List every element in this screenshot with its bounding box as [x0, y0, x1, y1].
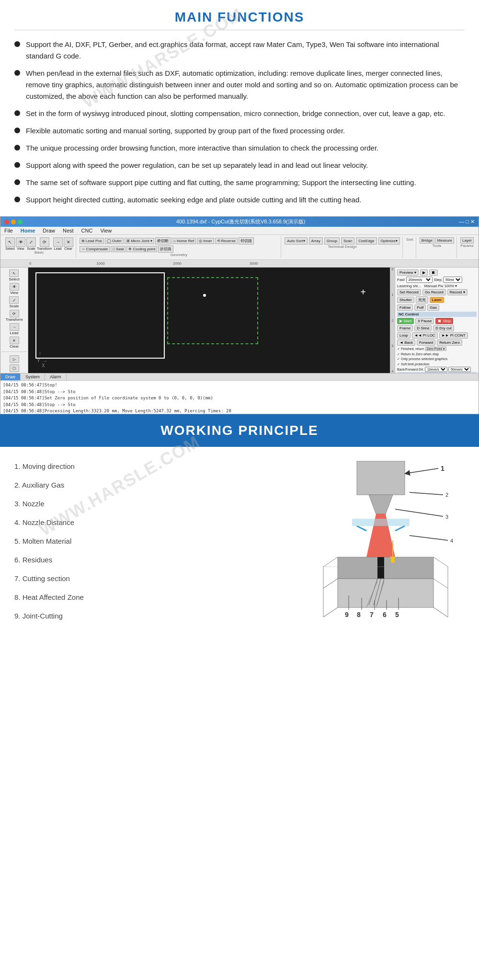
- left-sidebar: ↖ Select 👁 View ⤢ Scale ⟳ Transform →: [0, 268, 28, 373]
- label-4: 4. Nozzle Distance: [14, 517, 287, 527]
- forward-speed-select[interactable]: 50mm/s: [448, 367, 471, 372]
- tool-scale[interactable]: ⤢ Scale: [26, 237, 36, 250]
- menu-view[interactable]: View: [100, 228, 112, 233]
- preview-stop-btn[interactable]: ⏹: [429, 269, 438, 276]
- tool-inner[interactable]: ◎ Inner: [197, 238, 214, 244]
- svg-line-18: [395, 509, 443, 516]
- record-btn[interactable]: Record ▾: [447, 289, 468, 295]
- tool-array[interactable]: Array: [309, 237, 323, 245]
- tool-transform[interactable]: ⟳ Transform: [37, 237, 52, 250]
- working-labels: 1. Moving direction 2. Auxiliary Gas 3. …: [14, 456, 287, 648]
- set-record-btn[interactable]: Set Record: [397, 289, 421, 295]
- label-1: 1. Moving direction: [14, 461, 287, 471]
- tool-lead[interactable]: → Lead: [53, 237, 63, 250]
- menu-bar: File Home Draw Nest CNC View: [0, 227, 479, 235]
- svg-text:8: 8: [357, 611, 361, 618]
- svg-marker-1: [369, 495, 393, 514]
- tool-view-sidebar[interactable]: 👁 View: [10, 283, 19, 295]
- stop-btn[interactable]: ⏹ Stop: [435, 318, 453, 324]
- tool-view[interactable]: 👁 View: [16, 237, 25, 250]
- svg-line-4: [410, 492, 443, 495]
- tab-system[interactable]: System: [21, 373, 45, 380]
- option-soft-limit: ✓ Soft limit protection: [397, 362, 477, 367]
- menu-cnc[interactable]: CNC: [81, 228, 93, 233]
- menu-draw[interactable]: Draw: [43, 228, 55, 233]
- tool-micro-joint[interactable]: ⊞ Micro Joint ▾: [125, 238, 154, 244]
- tool-adj[interactable]: 邻切路: [239, 237, 254, 245]
- dry-cut-btn[interactable]: D Dry cut: [433, 325, 454, 331]
- puff-btn[interactable]: Puff: [414, 304, 426, 311]
- start-btn[interactable]: ▶ Start: [397, 318, 414, 324]
- tool-compensate[interactable]: ↔ Compensate: [80, 246, 110, 252]
- back-forward-section: Back/Forward Dir: 10mm/s 50mm/s: [397, 367, 477, 372]
- tool-group[interactable]: Group: [324, 237, 340, 245]
- tool-bridge[interactable]: 桥切断: [155, 237, 171, 245]
- pl-loc-btn[interactable]: ◄◄ Pl LOC: [412, 332, 438, 338]
- canvas-dot: [203, 294, 206, 297]
- title-bar: 400.1394.dxf - CypCut激光切割系统V8.3.658.9(演示…: [0, 217, 479, 227]
- tool-outer[interactable]: ◯ Outer: [105, 238, 124, 244]
- nc-control-label: NC Control: [397, 312, 477, 317]
- tool-select-sidebar[interactable]: ↖ Select: [9, 269, 19, 281]
- laser-btn[interactable]: Laser: [430, 297, 444, 303]
- pl-cont-btn[interactable]: ►► Pl CONT: [439, 332, 468, 338]
- tool-coedge[interactable]: CoeEdge: [356, 237, 376, 245]
- follow-btn[interactable]: Follow: [397, 304, 413, 311]
- tool-auto-sort[interactable]: Auto Sort▾: [285, 237, 307, 245]
- back-speed-select[interactable]: 10mm/s: [425, 367, 447, 372]
- fast-label: Fast: [397, 278, 405, 282]
- tool-scale-sidebar[interactable]: ⤢ Scale: [9, 296, 19, 308]
- tool-select[interactable]: ↖ Select: [5, 237, 15, 250]
- label-9: 9. Joint-Cutting: [14, 611, 287, 621]
- menu-home[interactable]: Home: [21, 228, 35, 233]
- vertical-ruler: 01234: [390, 268, 395, 373]
- gas-btn[interactable]: Gas: [427, 304, 439, 311]
- frame-btn[interactable]: Frame: [397, 325, 413, 331]
- menu-file[interactable]: File: [4, 228, 13, 233]
- tool-transform-sidebar[interactable]: ⟳ Transform: [5, 310, 23, 322]
- canvas-x-axis: X: [42, 363, 45, 368]
- manual-pw-label: Manual Pw 100% ▾: [424, 284, 457, 288]
- tool-reverse[interactable]: ⟲ Reverse: [215, 238, 238, 244]
- tool-measure[interactable]: Measure: [435, 237, 454, 244]
- tool-extra-2[interactable]: ⬡: [10, 364, 19, 372]
- follow-row: Follow Puff Gas: [397, 304, 477, 311]
- tool-lead-sidebar[interactable]: → Lead: [10, 323, 19, 335]
- tool-bridge2[interactable]: Bridge: [420, 237, 434, 244]
- tool-scan[interactable]: Scan: [341, 237, 354, 245]
- tool-home-ref[interactable]: ⌂ Home Ref: [171, 238, 196, 244]
- log-line-1: [04/15 08:56:47]Stop!: [3, 382, 476, 389]
- sim-btn[interactable]: D Sime: [414, 325, 432, 331]
- light-btn[interactable]: 光光: [416, 296, 428, 303]
- canvas-area[interactable]: + Y X ↑ → 01234: [28, 268, 395, 373]
- return-zero-btn[interactable]: Return Zero: [437, 339, 462, 346]
- tool-extra-1[interactable]: ▷: [10, 355, 19, 363]
- tool-clear-sidebar[interactable]: ✕ Clear: [10, 337, 19, 349]
- tool-cooling[interactable]: ❄ Cooling point: [126, 246, 157, 252]
- tool-seal[interactable]: □ Seal: [111, 246, 125, 252]
- step-select[interactable]: 50mm: [443, 277, 462, 283]
- nc-row3: Loop ◄◄ Pl LOC ►► Pl CONT: [397, 332, 477, 338]
- tool-fold[interactable]: 折切路: [158, 245, 173, 253]
- preview-btn[interactable]: Preview ▾: [397, 269, 419, 276]
- tool-layer[interactable]: Layer: [460, 237, 474, 244]
- tool-lead-pos[interactable]: ⊕ Lead Pos: [80, 238, 104, 244]
- tool-optimize[interactable]: Optimize▾: [378, 237, 400, 245]
- loop-btn[interactable]: Loop: [397, 332, 411, 338]
- menu-nest[interactable]: Nest: [63, 228, 74, 233]
- tab-alarm[interactable]: Alarm: [45, 373, 67, 380]
- forward-btn[interactable]: Forward: [417, 339, 435, 346]
- tool-clear[interactable]: ✕ Clear: [64, 237, 73, 250]
- go-record-btn[interactable]: Go Record: [422, 289, 446, 295]
- svg-rect-0: [357, 461, 405, 495]
- preview-icon-btn[interactable]: ▶: [420, 269, 428, 276]
- shutter-btn[interactable]: Shutter: [397, 297, 414, 303]
- canvas-y-axis: Y: [37, 358, 40, 363]
- fast-speed-select[interactable]: 20mm/s: [406, 277, 433, 283]
- tab-draw[interactable]: Draw: [0, 373, 21, 380]
- bullet-8: [14, 197, 20, 202]
- toolbar-geometry-label: Geometry: [171, 253, 187, 257]
- pause-btn[interactable]: II Pause: [415, 318, 434, 324]
- svg-rect-10: [338, 557, 433, 579]
- back-btn[interactable]: ◄ Back: [397, 339, 415, 346]
